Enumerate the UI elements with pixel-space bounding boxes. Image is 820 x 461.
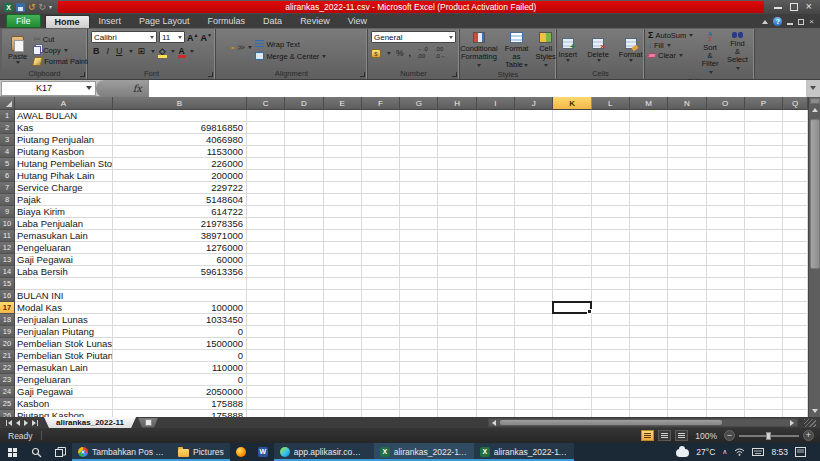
cell-Q6[interactable] xyxy=(783,170,808,182)
cell-D20[interactable] xyxy=(285,338,323,350)
cell-P10[interactable] xyxy=(745,218,783,230)
cell-K9[interactable] xyxy=(553,206,591,218)
taskbar-app-firefox[interactable] xyxy=(230,443,252,461)
cell-N14[interactable] xyxy=(668,266,706,278)
autosum-button[interactable]: ΣAutoSum xyxy=(648,31,693,40)
wrap-text-button[interactable]: Wrap Text xyxy=(255,40,326,49)
cell-P7[interactable] xyxy=(745,182,783,194)
cell-D4[interactable] xyxy=(285,146,323,158)
cell-M5[interactable] xyxy=(630,158,668,170)
cell-C26[interactable] xyxy=(247,410,285,417)
cell-C7[interactable] xyxy=(247,182,285,194)
cell-O21[interactable] xyxy=(707,350,745,362)
cell-E23[interactable] xyxy=(324,374,362,386)
horizontal-scrollbar[interactable] xyxy=(488,418,798,427)
cell-J26[interactable] xyxy=(515,410,553,417)
cell-A14[interactable]: Laba Bersih xyxy=(15,266,113,278)
row-header-6[interactable]: 6 xyxy=(0,170,15,182)
cell-H8[interactable] xyxy=(438,194,476,206)
cell-M11[interactable] xyxy=(630,230,668,242)
cell-I19[interactable] xyxy=(477,326,515,338)
borders-icon[interactable]: ⊞ xyxy=(136,46,148,57)
cell-H9[interactable] xyxy=(438,206,476,218)
bold-button[interactable]: B xyxy=(91,46,102,57)
tab-home[interactable]: Home xyxy=(45,15,90,28)
start-button[interactable] xyxy=(0,443,24,461)
cell-K18[interactable] xyxy=(553,314,591,326)
cell-P18[interactable] xyxy=(745,314,783,326)
cell-J9[interactable] xyxy=(515,206,553,218)
format-as-table-button[interactable]: Format asTable xyxy=(502,31,532,70)
cell-A17[interactable]: Modal Kas xyxy=(15,302,113,314)
cell-B23[interactable]: 0 xyxy=(113,374,247,386)
cell-O3[interactable] xyxy=(707,134,745,146)
copy-button[interactable]: Copy xyxy=(33,46,94,55)
cell-F15[interactable] xyxy=(362,278,400,290)
cell-Q15[interactable] xyxy=(783,278,808,290)
cell-N6[interactable] xyxy=(668,170,706,182)
cell-P25[interactable] xyxy=(745,398,783,410)
cell-C11[interactable] xyxy=(247,230,285,242)
cell-F8[interactable] xyxy=(362,194,400,206)
cell-L11[interactable] xyxy=(592,230,630,242)
cell-F25[interactable] xyxy=(362,398,400,410)
cell-P4[interactable] xyxy=(745,146,783,158)
cell-M21[interactable] xyxy=(630,350,668,362)
cell-I13[interactable] xyxy=(477,254,515,266)
cell-H4[interactable] xyxy=(438,146,476,158)
row-header-18[interactable]: 18 xyxy=(0,314,15,326)
cell-K15[interactable] xyxy=(553,278,591,290)
accounting-format-icon[interactable]: $ xyxy=(371,49,381,58)
cell-G17[interactable] xyxy=(400,302,438,314)
cell-M12[interactable] xyxy=(630,242,668,254)
notification-icon[interactable] xyxy=(795,447,806,457)
temperature[interactable]: 27°C xyxy=(696,447,715,457)
cell-B26[interactable]: 175888 xyxy=(113,410,247,417)
row-header-3[interactable]: 3 xyxy=(0,134,15,146)
cell-B19[interactable]: 0 xyxy=(113,326,247,338)
cell-N9[interactable] xyxy=(668,206,706,218)
column-header-N[interactable]: N xyxy=(668,97,706,110)
cell-N11[interactable] xyxy=(668,230,706,242)
cell-E12[interactable] xyxy=(324,242,362,254)
cell-J3[interactable] xyxy=(515,134,553,146)
cell-P6[interactable] xyxy=(745,170,783,182)
zoom-out-button[interactable]: − xyxy=(724,430,735,441)
cell-O26[interactable] xyxy=(707,410,745,417)
column-header-Q[interactable]: Q xyxy=(783,97,808,110)
cell-I14[interactable] xyxy=(477,266,515,278)
cell-C18[interactable] xyxy=(247,314,285,326)
last-sheet-button[interactable] xyxy=(32,420,39,426)
cell-L26[interactable] xyxy=(592,410,630,417)
cell-M17[interactable] xyxy=(630,302,668,314)
cell-H10[interactable] xyxy=(438,218,476,230)
fill-button[interactable]: ↓Fill xyxy=(648,41,693,50)
cell-M25[interactable] xyxy=(630,398,668,410)
next-sheet-button[interactable] xyxy=(24,420,28,426)
cell-O4[interactable] xyxy=(707,146,745,158)
cell-A20[interactable]: Pembelian Stok Lunas xyxy=(15,338,113,350)
cell-O10[interactable] xyxy=(707,218,745,230)
cell-O17[interactable] xyxy=(707,302,745,314)
cell-Q23[interactable] xyxy=(783,374,808,386)
percent-button[interactable]: % xyxy=(396,48,404,58)
cell-A26[interactable]: Piutang Kasbon xyxy=(15,410,113,417)
keyboard-language-icon[interactable] xyxy=(752,448,764,456)
row-header-7[interactable]: 7 xyxy=(0,182,15,194)
cell-H6[interactable] xyxy=(438,170,476,182)
cell-H18[interactable] xyxy=(438,314,476,326)
cell-N12[interactable] xyxy=(668,242,706,254)
cell-Q22[interactable] xyxy=(783,362,808,374)
selected-cell[interactable] xyxy=(552,301,591,314)
cell-I12[interactable] xyxy=(477,242,515,254)
cell-P26[interactable] xyxy=(745,410,783,417)
cell-F1[interactable] xyxy=(362,110,400,122)
cell-H16[interactable] xyxy=(438,290,476,302)
cell-I4[interactable] xyxy=(477,146,515,158)
cell-F13[interactable] xyxy=(362,254,400,266)
cell-F22[interactable] xyxy=(362,362,400,374)
cell-Q9[interactable] xyxy=(783,206,808,218)
cut-button[interactable]: ✂Cut xyxy=(33,35,94,44)
cell-E17[interactable] xyxy=(324,302,362,314)
cell-C14[interactable] xyxy=(247,266,285,278)
